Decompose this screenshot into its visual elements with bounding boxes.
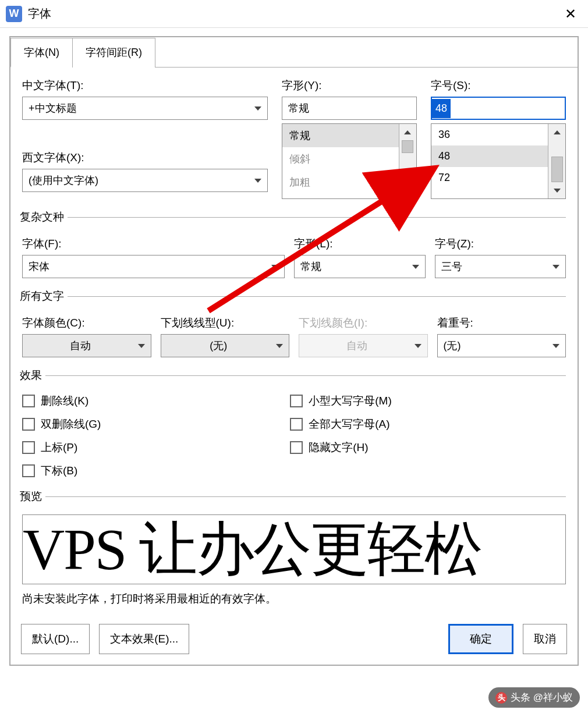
chevron-down-icon <box>412 265 419 269</box>
underline-color-combo: 自动 <box>299 334 428 357</box>
complex-font-label: 字体(F): <box>22 236 285 251</box>
size-input[interactable]: 48 <box>431 97 566 120</box>
checkbox-icon <box>22 441 35 454</box>
checkbox-label: 全部大写字母(A) <box>309 417 389 432</box>
group-complex-legend: 复杂文种 <box>20 210 68 225</box>
group-effects: 效果 删除线(K) 双删除线(G) 上标(P) 下标(B) 小型大写字母(M) … <box>22 368 566 478</box>
chevron-down-icon <box>271 265 278 269</box>
watermark-text: 头条 @祥小蚁 <box>511 691 573 704</box>
list-item[interactable]: 加粗 <box>282 171 399 194</box>
checkbox-label: 隐藏文字(H) <box>309 440 368 455</box>
complex-size-combo[interactable]: 三号 <box>435 255 566 278</box>
text-effects-button[interactable]: 文本效果(E)... <box>99 624 189 654</box>
checkbox-allcaps[interactable]: 全部大写字母(A) <box>290 417 534 432</box>
list-item[interactable]: 常规 <box>282 124 399 147</box>
complex-style-value: 常规 <box>300 260 406 274</box>
group-effects-legend: 效果 <box>20 368 45 383</box>
underline-style-combo[interactable]: (无) <box>161 334 290 357</box>
chevron-down-icon <box>138 344 145 348</box>
cn-font-combo[interactable]: +中文标题 <box>22 97 268 120</box>
tab-font[interactable]: 字体(N) <box>10 38 73 68</box>
scroll-up-icon[interactable] <box>399 124 416 140</box>
complex-font-combo[interactable]: 宋体 <box>22 255 285 278</box>
group-complex: 复杂文种 字体(F): 宋体 字形(L): 常规 <box>22 210 566 278</box>
scroll-thumb[interactable] <box>551 157 563 182</box>
checkbox-label: 小型大写字母(M) <box>309 393 391 409</box>
checkbox-double-strike[interactable]: 双删除线(G) <box>22 417 267 432</box>
preview-text: VPS 让办公更轻松 <box>23 520 481 578</box>
scrollbar[interactable] <box>399 124 416 198</box>
emphasis-value: (无) <box>444 339 547 353</box>
checkbox-label: 上标(P) <box>41 440 77 455</box>
style-label: 字形(Y): <box>282 78 417 93</box>
checkbox-icon <box>290 395 303 407</box>
size-label: 字号(S): <box>431 78 566 93</box>
scroll-thumb[interactable] <box>402 140 413 153</box>
scroll-up-icon[interactable] <box>548 124 565 140</box>
font-color-combo[interactable]: 自动 <box>22 334 151 357</box>
titlebar: W 字体 ✕ <box>0 0 588 28</box>
checkbox-label: 双删除线(G) <box>41 417 101 432</box>
underline-style-label: 下划线线型(U): <box>161 315 290 331</box>
style-input[interactable]: 常规 <box>282 97 417 120</box>
checkbox-icon <box>22 418 35 431</box>
list-item[interactable]: 倾斜 <box>282 147 399 171</box>
checkbox-label: 下标(B) <box>41 463 77 478</box>
window-title: 字体 <box>28 6 559 22</box>
dialog-body: 字体(N) 字符间距(R) 中文字体(T): +中文标题 西文字体(X): (使… <box>9 36 579 666</box>
chevron-down-icon <box>254 107 261 111</box>
checkbox-icon <box>22 464 35 477</box>
complex-size-value: 三号 <box>441 260 547 274</box>
scroll-down-icon[interactable] <box>548 182 565 198</box>
font-color-value: 自动 <box>29 339 132 353</box>
checkbox-superscript[interactable]: 上标(P) <box>22 440 267 455</box>
list-item[interactable]: 48 <box>431 145 548 167</box>
checkbox-icon <box>290 418 303 431</box>
checkbox-strike[interactable]: 删除线(K) <box>22 393 267 409</box>
cancel-button[interactable]: 取消 <box>523 624 567 654</box>
list-item[interactable]: 72 <box>431 167 548 189</box>
group-alltext-legend: 所有文字 <box>20 289 68 304</box>
button-bar: 默认(D)... 文本效果(E)... 确定 取消 <box>21 624 567 654</box>
size-listbox[interactable]: 36 48 72 <box>431 123 566 199</box>
font-color-label: 字体颜色(C): <box>22 315 151 331</box>
size-value: 48 <box>432 99 451 118</box>
checkbox-smallcaps[interactable]: 小型大写字母(M) <box>290 393 534 409</box>
scroll-down-icon[interactable] <box>399 182 416 198</box>
complex-font-value: 宋体 <box>29 260 265 274</box>
close-button[interactable]: ✕ <box>559 6 582 22</box>
tab-spacing[interactable]: 字符间距(R) <box>72 38 155 68</box>
style-listbox[interactable]: 常规 倾斜 加粗 <box>282 123 417 199</box>
chevron-down-icon <box>552 265 559 269</box>
cn-font-label: 中文字体(T): <box>22 78 268 93</box>
default-button[interactable]: 默认(D)... <box>21 624 90 654</box>
scrollbar[interactable] <box>548 124 565 198</box>
group-alltext: 所有文字 字体颜色(C): 自动 下划线线型(U): (无) <box>22 289 566 357</box>
chevron-down-icon <box>552 344 559 348</box>
west-font-combo[interactable]: (使用中文字体) <box>22 169 268 192</box>
style-value: 常规 <box>288 101 309 115</box>
app-icon: W <box>6 6 22 22</box>
underline-color-value: 自动 <box>305 339 409 353</box>
tab-strip: 字体(N) 字符间距(R) <box>10 37 578 68</box>
checkbox-subscript[interactable]: 下标(B) <box>22 463 267 478</box>
group-preview: 预览 VPS 让办公更轻松 尚未安装此字体，打印时将采用最相近的有效字体。 <box>22 489 566 606</box>
watermark: 头 头条 @祥小蚁 <box>488 687 580 708</box>
underline-color-label: 下划线颜色(I): <box>299 315 428 331</box>
west-font-value: (使用中文字体) <box>29 173 98 187</box>
checkbox-icon <box>290 441 303 454</box>
ok-button[interactable]: 确定 <box>448 624 513 654</box>
group-preview-legend: 预览 <box>20 489 45 504</box>
list-item[interactable]: 36 <box>431 124 548 145</box>
checkbox-hidden[interactable]: 隐藏文字(H) <box>290 440 534 455</box>
west-font-label: 西文字体(X): <box>22 150 268 165</box>
complex-style-combo[interactable]: 常规 <box>294 255 426 278</box>
complex-size-label: 字号(Z): <box>435 236 566 251</box>
complex-style-label: 字形(L): <box>294 236 426 251</box>
checkbox-icon <box>22 395 35 407</box>
emphasis-combo[interactable]: (无) <box>437 334 566 357</box>
underline-style-value: (无) <box>167 339 271 353</box>
chevron-down-icon <box>254 179 261 183</box>
chevron-down-icon <box>276 344 283 348</box>
preview-note: 尚未安装此字体，打印时将采用最相近的有效字体。 <box>22 591 566 606</box>
